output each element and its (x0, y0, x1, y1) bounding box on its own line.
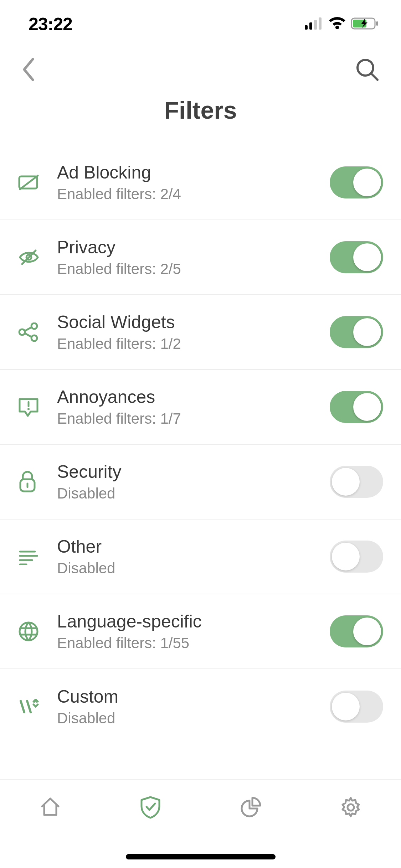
svg-rect-1 (309, 22, 312, 30)
code-icon: * (18, 699, 57, 714)
svg-line-16 (25, 327, 32, 331)
svg-rect-5 (376, 21, 378, 26)
filter-row-other[interactable]: Other Disabled (0, 520, 401, 594)
row-text: Ad Blocking Enabled filters: 2/4 (57, 162, 330, 203)
filter-row-custom[interactable]: * Custom Disabled (0, 669, 401, 744)
row-subtitle: Enabled filters: 1/55 (57, 635, 330, 652)
svg-point-14 (19, 329, 25, 335)
tab-home[interactable] (0, 796, 100, 819)
row-title: Ad Blocking (57, 162, 330, 183)
svg-rect-0 (305, 25, 308, 30)
row-title: Other (57, 536, 330, 557)
row-title: Security (57, 461, 330, 482)
row-text: Social Widgets Enabled filters: 1/2 (57, 312, 330, 352)
toggle-language-specific[interactable] (330, 615, 383, 647)
filter-row-security[interactable]: Security Disabled (0, 445, 401, 520)
toggle-ad-blocking[interactable] (330, 166, 383, 198)
svg-point-19 (27, 408, 30, 410)
shield-check-icon (139, 796, 161, 821)
svg-line-10 (20, 176, 38, 189)
cellular-icon (305, 17, 323, 31)
toggle-privacy[interactable] (330, 241, 383, 273)
toggle-annoyances[interactable] (330, 391, 383, 423)
svg-text:*: * (34, 699, 37, 708)
battery-charging-icon (351, 17, 380, 32)
svg-line-17 (25, 333, 32, 337)
toggle-security[interactable] (330, 466, 383, 498)
row-title: Language-specific (57, 611, 330, 632)
nav-header: Filters (0, 43, 401, 135)
row-title: Custom (57, 686, 330, 707)
filter-row-annoyances[interactable]: Annoyances Enabled filters: 1/7 (0, 370, 401, 445)
row-text: Other Disabled (57, 536, 330, 577)
svg-point-32 (348, 804, 354, 811)
row-title: Annoyances (57, 387, 330, 407)
toggle-custom[interactable] (330, 691, 383, 723)
svg-point-13 (31, 323, 37, 329)
svg-rect-2 (314, 20, 317, 30)
filter-row-language-specific[interactable]: Language-specific Enabled filters: 1/55 (0, 594, 401, 669)
home-icon (39, 796, 61, 819)
row-subtitle: Enabled filters: 1/7 (57, 410, 330, 427)
filter-list: Ad Blocking Enabled filters: 2/4 Privacy… (0, 145, 401, 744)
status-bar: 23:22 (0, 0, 401, 43)
gear-icon (339, 796, 363, 821)
toggle-other[interactable] (330, 541, 383, 573)
filter-row-social-widgets[interactable]: Social Widgets Enabled filters: 1/2 (0, 295, 401, 370)
row-subtitle: Disabled (57, 560, 330, 577)
svg-line-30 (27, 701, 31, 712)
ad-block-icon (18, 174, 57, 191)
row-text: Annoyances Enabled filters: 1/7 (57, 387, 330, 427)
share-icon (18, 322, 57, 342)
row-text: Language-specific Enabled filters: 1/55 (57, 611, 330, 652)
page-title: Filters (14, 96, 387, 124)
lines-icon (18, 549, 57, 565)
lock-icon (18, 471, 57, 493)
row-subtitle: Enabled filters: 1/2 (57, 335, 330, 352)
status-time: 23:22 (29, 14, 72, 35)
tab-stats[interactable] (201, 796, 301, 819)
eye-off-icon (18, 248, 57, 266)
globe-icon (18, 621, 57, 642)
filter-row-privacy[interactable]: Privacy Enabled filters: 2/5 (0, 220, 401, 295)
pie-chart-icon (240, 796, 262, 819)
row-title: Social Widgets (57, 312, 330, 332)
toggle-social-widgets[interactable] (330, 316, 383, 348)
svg-line-29 (21, 701, 24, 712)
back-button[interactable] (21, 57, 36, 82)
filter-row-ad-blocking[interactable]: Ad Blocking Enabled filters: 2/4 (0, 145, 401, 220)
svg-line-8 (371, 73, 377, 80)
row-text: Privacy Enabled filters: 2/5 (57, 237, 330, 278)
row-subtitle: Disabled (57, 485, 330, 502)
search-button[interactable] (355, 57, 380, 82)
svg-point-15 (31, 335, 37, 341)
row-subtitle: Enabled filters: 2/5 (57, 260, 330, 278)
svg-rect-3 (319, 17, 322, 30)
tab-settings[interactable] (301, 796, 401, 821)
wifi-icon (328, 17, 346, 31)
tab-protection[interactable] (100, 796, 200, 821)
home-indicator (126, 854, 276, 859)
annoyance-icon (18, 397, 57, 417)
row-text: Security Disabled (57, 461, 330, 502)
row-subtitle: Enabled filters: 2/4 (57, 186, 330, 203)
tab-bar (0, 779, 401, 868)
row-text: Custom Disabled (57, 686, 330, 727)
svg-point-26 (20, 622, 37, 640)
row-subtitle: Disabled (57, 710, 330, 727)
row-title: Privacy (57, 237, 330, 258)
status-right (305, 17, 380, 32)
